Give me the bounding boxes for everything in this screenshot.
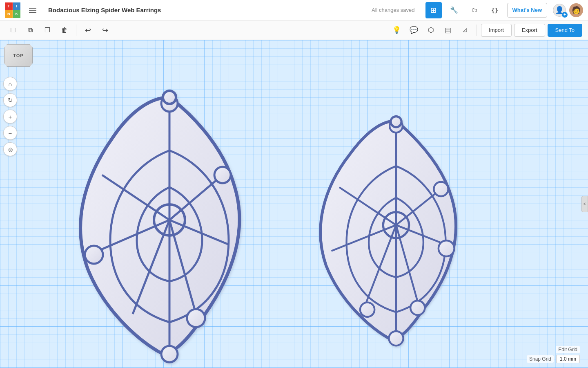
mirror-icon: ⊿ [462,26,468,34]
tools-icon: 🔧 [450,6,458,14]
toolbar-right: 💡 💬 ⬡ ▤ ⊿ Import Export Send To [389,23,582,38]
right-earring [321,117,456,346]
user-area: 👤 + 🧑 [553,3,583,17]
duplicate-icon: ❐ [45,26,50,34]
zoom-in-button[interactable]: + [3,110,17,123]
undo-icon: ↩ [85,26,91,35]
codeblock-icon: {} [491,7,498,13]
view-cube-top: TOP [4,44,33,67]
align-button[interactable]: ▤ [441,23,455,38]
svg-point-13 [85,246,103,264]
orbit-control-button[interactable]: ↻ [3,93,17,107]
speech-icon: 💬 [410,26,418,34]
left-controls: ⌂ ↻ + − ◎ [3,77,17,156]
svg-point-14 [163,91,176,104]
right-panel-toggle[interactable]: < [581,196,588,212]
home-control-button[interactable]: ⌂ [3,77,17,91]
svg-point-26 [439,240,454,256]
delete-icon: 🗑 [61,27,68,34]
codeblock-button[interactable]: {} [487,2,503,18]
logo-k: K [13,10,21,18]
left-earring [80,91,239,362]
chevron-left-icon: < [583,201,586,207]
tinkercad-logo[interactable]: T I N K [5,2,20,18]
align-icon: ▤ [445,26,451,34]
toolbar-separator-1 [76,25,76,36]
new-button[interactable]: □ [6,23,20,38]
snap-grid-value[interactable]: 1.0 mm [556,355,580,363]
spider-web-earrings-canvas [0,40,588,368]
logo-i: I [13,2,21,10]
duplicate-button[interactable]: ❐ [40,23,55,38]
bulb-icon: 💡 [392,26,401,34]
grid-view-button[interactable]: ⊞ [425,2,442,18]
logo-t: T [5,2,13,10]
user-avatar[interactable]: 🧑 [569,3,583,17]
delete-button[interactable]: 🗑 [57,23,72,38]
toolbar-separator-2 [477,25,477,36]
snap-grid-label: Snap Grid [527,355,554,363]
canvas-area[interactable]: TOP ⌂ ↻ + − ◎ < [0,40,588,368]
redo-button[interactable]: ↪ [98,23,112,38]
redo-icon: ↪ [102,26,108,35]
svg-point-27 [410,301,425,315]
add-person-badge: + [562,12,568,18]
edit-grid-label[interactable]: Edit Grid [556,346,580,353]
mirror-button[interactable]: ⊿ [458,23,472,38]
grid-view-icon: ⊞ [430,6,437,15]
speech-button[interactable]: 💬 [406,23,421,38]
top-navbar: T I N K Bodacious Elzing Spider Web Earr… [0,0,588,20]
menu-toggle-button[interactable] [24,2,41,18]
new-icon: □ [11,26,16,34]
copy-icon: ⧉ [28,27,33,34]
tools-button[interactable]: 🔧 [446,2,462,18]
whats-new-button[interactable]: What's New [507,3,547,18]
logo-n: N [5,10,13,18]
toolbar: □ ⧉ ❐ 🗑 ↩ ↪ 💡 💬 ⬡ ▤ ⊿ Import Export [0,20,588,40]
menu-icon [29,8,36,13]
zoom-out-button[interactable]: − [3,126,17,140]
fit-view-button[interactable]: ◎ [3,142,17,156]
svg-point-30 [391,117,401,127]
svg-point-10 [214,167,231,183]
undo-button[interactable]: ↩ [80,23,95,38]
view-cube[interactable]: TOP [4,44,37,77]
svg-point-25 [434,182,448,196]
gallery-button[interactable]: 🗂 [466,2,483,18]
hex-icon: ⬡ [428,26,434,34]
snap-grid-row: Snap Grid 1.0 mm [527,355,580,363]
hex-button[interactable]: ⬡ [423,23,438,38]
save-status: All changes saved [372,7,415,13]
project-title[interactable]: Bodacious Elzing Spider Web Earrings [48,7,368,13]
gallery-icon: 🗂 [471,7,478,14]
bulb-button[interactable]: 💡 [389,23,404,38]
svg-point-28 [389,331,403,346]
send-to-button[interactable]: Send To [548,24,582,37]
svg-point-12 [161,346,178,362]
bottom-right-info: Edit Grid Snap Grid 1.0 mm [527,346,580,363]
import-button[interactable]: Import [481,24,512,37]
export-button[interactable]: Export [514,24,545,37]
svg-point-29 [360,303,374,317]
copy-button[interactable]: ⧉ [23,23,38,38]
svg-point-11 [187,309,205,327]
